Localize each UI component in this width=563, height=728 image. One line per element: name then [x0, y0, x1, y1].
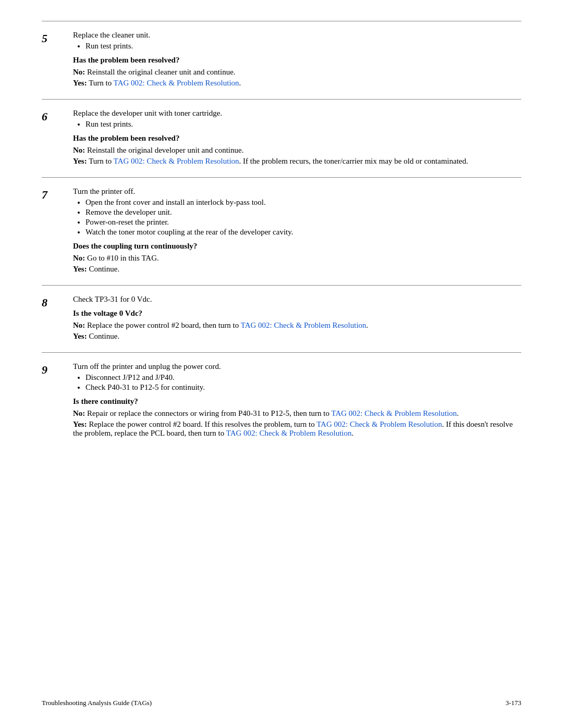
answer-yes-text: Turn to [89, 157, 114, 165]
step-9-bullets: Disconnect J/P12 and J/P40. Check P40-31… [85, 373, 521, 392]
step-6-bullets: Run test prints. [85, 120, 521, 129]
list-item: Run test prints. [85, 42, 521, 51]
list-item: Watch the toner motor coupling at the re… [85, 228, 521, 237]
step-9-number: 9 [42, 362, 73, 440]
tag002-link-6[interactable]: TAG 002: Check & Problem Resolution [114, 157, 239, 165]
step-5-question: Has the problem been resolved? [73, 56, 521, 65]
answer-yes-label: Yes: [73, 332, 87, 340]
step-7-answer-no: No: Go to #10 in this TAG. [73, 254, 521, 263]
step-9-answer-no: No: Repair or replace the connectors or … [73, 409, 521, 418]
tag002-link-9-no[interactable]: TAG 002: Check & Problem Resolution [331, 409, 457, 417]
step-8-number: 8 [42, 295, 73, 343]
step-9-section: 9 Turn off the printer and unplug the po… [42, 352, 521, 449]
step-5-answer-yes: Yes: Turn to TAG 002: Check & Problem Re… [73, 79, 521, 88]
step-9-answer-yes: Yes: Replace the power control #2 board.… [73, 420, 521, 438]
step-7-answer-yes: Yes: Continue. [73, 265, 521, 274]
step-8-section: 8 Check TP3-31 for 0 Vdc. Is the voltage… [42, 285, 521, 352]
answer-no-label: No: [73, 146, 85, 154]
step-6-answer-yes: Yes: Turn to TAG 002: Check & Problem Re… [73, 157, 521, 166]
step-9-intro: Turn off the printer and unplug the powe… [73, 362, 521, 371]
tag002-link-9-yes-2[interactable]: TAG 002: Check & Problem Resolution [226, 429, 352, 437]
step-9-question: Is there continuity? [73, 397, 521, 406]
step-5-number: 5 [42, 31, 73, 90]
step-5-answer-no: No: Reinstall the original cleaner unit … [73, 68, 521, 77]
answer-yes-label: Yes: [73, 265, 87, 273]
step-6-intro: Replace the developer unit with toner ca… [73, 109, 521, 118]
answer-no-text: Repair or replace the connectors or wiri… [87, 409, 331, 417]
list-item: Open the front cover and install an inte… [85, 198, 521, 207]
step-7-bullets: Open the front cover and install an inte… [85, 198, 521, 237]
answer-yes-text: Continue. [89, 332, 119, 340]
page-footer: Troubleshooting Analysis Guide (TAGs) 3-… [42, 699, 521, 707]
step-8-intro: Check TP3-31 for 0 Vdc. [73, 295, 521, 304]
answer-yes-text-1: Replace the power control #2 board. If t… [89, 420, 316, 428]
answer-no-text: Reinstall the original developer unit an… [87, 146, 243, 154]
step-6-answer-no: No: Reinstall the original developer uni… [73, 146, 521, 155]
answer-yes-text: Continue. [89, 265, 119, 273]
step-6-question: Has the problem been resolved? [73, 134, 521, 143]
step-7-intro: Turn the printer off. [73, 187, 521, 196]
answer-no-text: Go to #10 in this TAG. [87, 254, 159, 262]
tag002-link-9-yes-1[interactable]: TAG 002: Check & Problem Resolution [316, 420, 442, 428]
step-5-content: Replace the cleaner unit. Run test print… [73, 31, 521, 90]
list-item: Remove the developer unit. [85, 208, 521, 217]
step-7-section: 7 Turn the printer off. Open the front c… [42, 177, 521, 285]
list-item: Run test prints. [85, 120, 521, 129]
step-8-content: Check TP3-31 for 0 Vdc. Is the voltage 0… [73, 295, 521, 343]
step-8-answer-yes: Yes: Continue. [73, 332, 521, 341]
step-8-answer-no: No: Replace the power control #2 board, … [73, 321, 521, 330]
answer-yes-text: Turn to [89, 79, 114, 87]
step-5-section: 5 Replace the cleaner unit. Run test pri… [42, 21, 521, 99]
list-item: Check P40-31 to P12-5 for continuity. [85, 383, 521, 392]
step-5-bullets: Run test prints. [85, 42, 521, 51]
answer-no-label: No: [73, 321, 85, 329]
footer-left: Troubleshooting Analysis Guide (TAGs) [42, 699, 152, 707]
tag002-link-5[interactable]: TAG 002: Check & Problem Resolution [114, 79, 239, 87]
answer-no-text: Reinstall the original cleaner unit and … [87, 68, 236, 76]
answer-yes-label: Yes: [73, 79, 87, 87]
answer-no-label: No: [73, 254, 85, 262]
step-6-section: 6 Replace the developer unit with toner … [42, 99, 521, 177]
answer-yes-after: . If the problem recurs, the toner/carri… [239, 157, 468, 165]
step-5-intro: Replace the cleaner unit. [73, 31, 521, 40]
answer-no-label: No: [73, 409, 85, 417]
answer-no-label: No: [73, 68, 85, 76]
answer-yes-label: Yes: [73, 157, 87, 165]
step-6-number: 6 [42, 109, 73, 168]
footer-right: 3-173 [506, 699, 521, 707]
step-7-number: 7 [42, 187, 73, 276]
step-6-content: Replace the developer unit with toner ca… [73, 109, 521, 168]
tag002-link-8-no[interactable]: TAG 002: Check & Problem Resolu­tion [241, 321, 366, 329]
step-8-question: Is the voltage 0 Vdc? [73, 309, 521, 318]
list-item: Power-on-reset the printer. [85, 218, 521, 227]
page: 5 Replace the cleaner unit. Run test pri… [0, 0, 563, 728]
step-9-content: Turn off the printer and unplug the powe… [73, 362, 521, 440]
answer-yes-period: . [239, 79, 241, 87]
answer-no-period: . [457, 409, 459, 417]
answer-yes-label: Yes: [73, 420, 87, 428]
step-7-content: Turn the printer off. Open the front cov… [73, 187, 521, 276]
answer-no-text: Replace the power control #2 board, then… [87, 321, 241, 329]
answer-yes-final: . [352, 429, 354, 437]
list-item: Disconnect J/P12 and J/P40. [85, 373, 521, 382]
answer-no-period: . [366, 321, 369, 329]
step-7-question: Does the coupling turn continuously? [73, 242, 521, 251]
